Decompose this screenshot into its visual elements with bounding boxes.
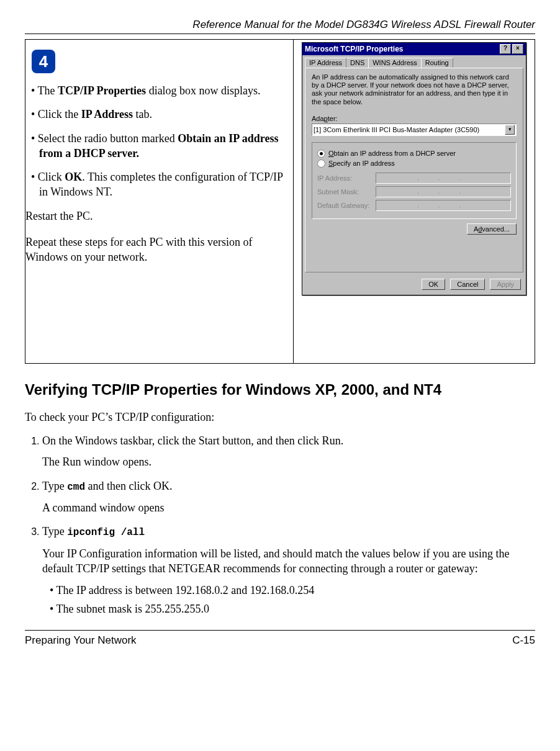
bullet-1: The TCP/IP Properties dialog box now dis… bbox=[39, 83, 291, 98]
cmd-code: cmd bbox=[67, 482, 85, 493]
ip-address-field: . . . bbox=[376, 173, 511, 184]
bullet-3: Select the radio button marked Obtain an… bbox=[39, 131, 291, 161]
gateway-label: Default Gateway: bbox=[317, 202, 372, 209]
cancel-button[interactable]: Cancel bbox=[450, 279, 485, 290]
dialog-tabs: IP Address DNS WINS Address Routing bbox=[302, 55, 526, 68]
dialog-titlebar: Microsoft TCP/IP Properties ? × bbox=[302, 43, 526, 55]
radio-obtain-dhcp[interactable]: Obtain an IP address from a DHCP server bbox=[317, 150, 511, 158]
chevron-down-icon[interactable]: ▾ bbox=[505, 125, 515, 135]
step-3-bullets: The IP address is between 192.168.0.2 an… bbox=[48, 583, 535, 617]
bullet-4: Click OK. This completes the configurati… bbox=[39, 169, 291, 200]
section-heading: Verifying TCP/IP Properties for Windows … bbox=[25, 381, 535, 398]
tab-ip-address[interactable]: IP Address bbox=[305, 58, 346, 68]
help-icon[interactable]: ? bbox=[500, 44, 511, 54]
step-1-sub: The Run window opens. bbox=[42, 454, 535, 469]
step-2: Type cmd and then click OK. A command wi… bbox=[42, 479, 535, 516]
step-2-sub: A command window opens bbox=[42, 500, 535, 515]
ip-fields: IP Address: . . . Subnet Mask: . . . Def… bbox=[317, 173, 511, 211]
repeat-paragraph: Repeat these steps for each PC with this… bbox=[25, 235, 291, 265]
step-box: 4 The TCP/IP Properties dialog box now d… bbox=[25, 39, 535, 364]
tab-panel: An IP address can be automatically assig… bbox=[305, 68, 523, 272]
dialog-title: Microsoft TCP/IP Properties bbox=[305, 45, 403, 53]
step-3-sub: Your IP Configuration information will b… bbox=[42, 546, 535, 577]
section-intro: To check your PC’s TCP/IP configuration: bbox=[25, 410, 535, 425]
numbered-steps: On the Windows taskbar, click the Start … bbox=[25, 433, 535, 616]
step-number-badge: 4 bbox=[32, 50, 55, 73]
ok-button[interactable]: OK bbox=[422, 279, 445, 290]
tab-dns[interactable]: DNS bbox=[346, 58, 369, 68]
adapter-value: [1] 3Com Etherlink III PCI Bus-Master Ad… bbox=[314, 126, 479, 133]
close-icon[interactable]: × bbox=[512, 44, 523, 54]
radio-icon bbox=[317, 150, 325, 158]
subnet-mask-field: . . . bbox=[376, 186, 511, 197]
apply-button[interactable]: Apply bbox=[490, 279, 521, 290]
bullet-2: Click the IP Address tab. bbox=[39, 107, 291, 122]
restart-paragraph: Restart the PC. bbox=[25, 209, 291, 223]
step-text-column: 4 The TCP/IP Properties dialog box now d… bbox=[25, 40, 294, 363]
gateway-field: . . . bbox=[376, 200, 511, 211]
tab-wins[interactable]: WINS Address bbox=[368, 58, 422, 68]
subnet-mask-label: Subnet Mask: bbox=[317, 188, 372, 196]
step-3-bullet-1: The IP address is between 192.168.0.2 an… bbox=[58, 583, 535, 598]
dialog-info-text: An IP address can be automatically assig… bbox=[312, 73, 517, 106]
ip-address-label: IP Address: bbox=[317, 174, 372, 182]
footer-right: C-15 bbox=[512, 634, 535, 647]
header-title: Reference Manual for the Model DG834G Wi… bbox=[25, 19, 535, 34]
ip-groupbox: Obtain an IP address from a DHCP server … bbox=[312, 142, 517, 219]
step-3: Type ipconfig /all Your IP Configuration… bbox=[42, 524, 535, 616]
tab-routing[interactable]: Routing bbox=[421, 58, 453, 68]
radio-specify-ip[interactable]: Specify an IP address bbox=[317, 160, 511, 168]
step-3-bullet-2: The subnet mask is 255.255.255.0 bbox=[58, 601, 535, 616]
page-footer: Preparing Your Network C-15 bbox=[25, 630, 535, 647]
advanced-button[interactable]: Advanced... bbox=[467, 223, 517, 235]
adapter-label: Adapter: bbox=[312, 115, 517, 122]
footer-left: Preparing Your Network bbox=[25, 634, 137, 647]
tcpip-properties-dialog: Microsoft TCP/IP Properties ? × IP Addre… bbox=[302, 42, 526, 295]
ipconfig-code: ipconfig /all bbox=[67, 527, 145, 538]
adapter-dropdown[interactable]: [1] 3Com Etherlink III PCI Bus-Master Ad… bbox=[312, 124, 517, 136]
dialog-button-row: OK Cancel Apply bbox=[302, 275, 526, 295]
screenshot-column: Microsoft TCP/IP Properties ? × IP Addre… bbox=[294, 40, 535, 363]
step-1: On the Windows taskbar, click the Start … bbox=[42, 433, 535, 470]
radio-icon bbox=[317, 160, 325, 168]
step-bullet-list: The TCP/IP Properties dialog box now dis… bbox=[25, 83, 291, 200]
